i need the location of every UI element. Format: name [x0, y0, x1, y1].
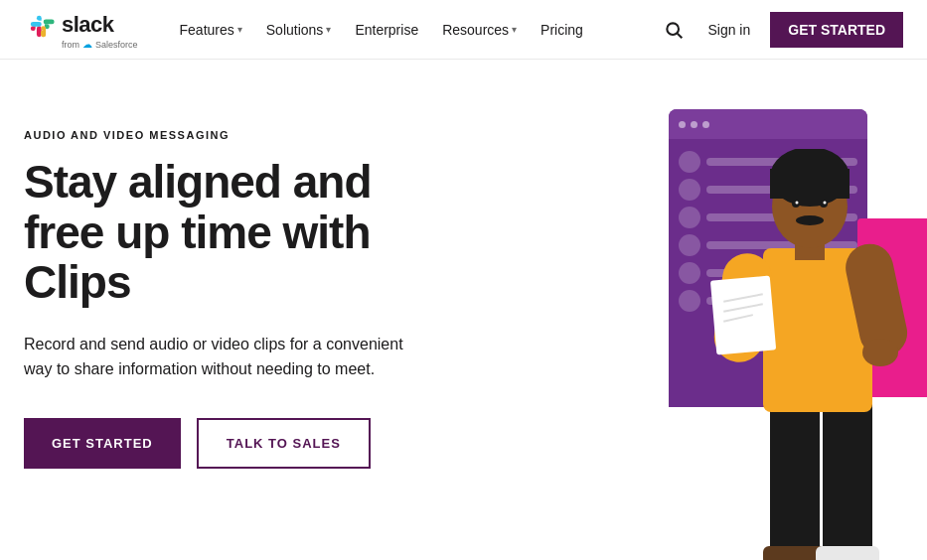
get-started-nav-button[interactable]: GET STARTED — [770, 12, 903, 48]
main-nav: Features ▾ Solutions ▾ Enterprise Resour… — [170, 14, 661, 46]
logo-area[interactable]: slack from ☁ Salesforce — [24, 9, 138, 50]
chevron-down-icon: ▾ — [326, 24, 331, 35]
svg-point-24 — [796, 202, 799, 205]
hero-title: Stay aligned and free up time with Clips — [24, 157, 421, 308]
dot-1 — [679, 121, 686, 128]
chevron-down-icon: ▾ — [237, 24, 242, 35]
person-illustration — [698, 149, 917, 560]
logo-salesforce-sub: from ☁ Salesforce — [62, 39, 138, 50]
svg-point-0 — [668, 23, 680, 35]
svg-rect-3 — [770, 397, 820, 556]
dot-2 — [691, 121, 697, 128]
svg-rect-20 — [770, 169, 850, 199]
hero-buttons: GET STARTED TALK TO SALES — [24, 418, 421, 469]
nav-solutions[interactable]: Solutions ▾ — [256, 14, 342, 46]
svg-line-1 — [678, 33, 683, 38]
ui-row-icon — [679, 290, 700, 312]
search-button[interactable] — [660, 16, 688, 44]
nav-features[interactable]: Features ▾ — [170, 14, 252, 46]
hero-section: AUDIO AND VIDEO MESSAGING Stay aligned a… — [0, 60, 927, 560]
get-started-button[interactable]: GET STARTED — [24, 418, 181, 469]
svg-rect-8 — [816, 546, 879, 560]
nav-right: Sign in GET STARTED — [660, 12, 903, 48]
hero-eyebrow: AUDIO AND VIDEO MESSAGING — [24, 129, 421, 141]
logo-text: slack — [62, 12, 114, 38]
nav-pricing[interactable]: Pricing — [531, 14, 593, 46]
hero-illustration — [589, 99, 927, 560]
svg-point-25 — [824, 202, 827, 205]
ui-row-icon — [679, 207, 700, 228]
svg-point-21 — [796, 215, 824, 225]
svg-rect-4 — [823, 397, 872, 556]
hero-description: Record and send audio or video clips for… — [24, 332, 421, 382]
nav-resources[interactable]: Resources ▾ — [432, 14, 527, 46]
ui-panel-header — [669, 109, 867, 139]
ui-row-icon — [679, 151, 700, 173]
dot-3 — [702, 121, 709, 128]
slack-logo-icon — [24, 9, 56, 41]
ui-row-icon — [679, 179, 700, 201]
search-icon — [664, 20, 684, 40]
header: slack from ☁ Salesforce Features ▾ Solut… — [0, 0, 927, 60]
svg-point-16 — [862, 339, 898, 366]
sign-in-link[interactable]: Sign in — [707, 22, 750, 38]
nav-enterprise[interactable]: Enterprise — [345, 14, 428, 46]
chevron-down-icon: ▾ — [512, 24, 517, 35]
svg-rect-11 — [710, 276, 776, 355]
hero-content: AUDIO AND VIDEO MESSAGING Stay aligned a… — [24, 119, 421, 469]
ui-row-icon — [679, 262, 700, 284]
talk-to-sales-button[interactable]: TALK TO SALES — [197, 418, 371, 469]
ui-row-icon — [679, 234, 700, 256]
